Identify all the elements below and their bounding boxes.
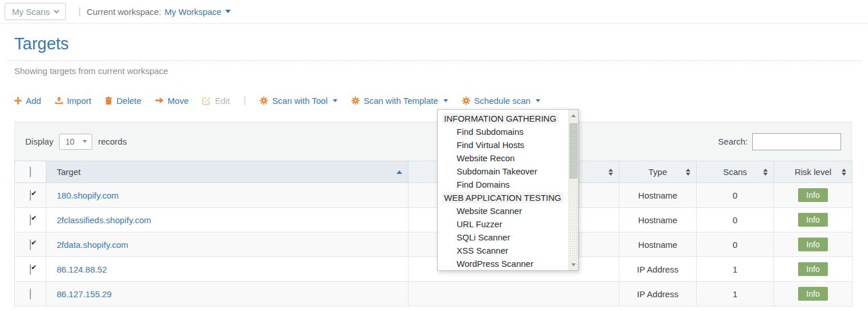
menu-item[interactable]: SQLi Scanner (438, 231, 568, 244)
records-label: records (98, 137, 127, 146)
page-size-select[interactable]: 10 (59, 134, 92, 150)
search-label: Search: (718, 137, 748, 146)
menu-item[interactable]: Website Scanner (438, 204, 568, 217)
risk-level-badge: Info (798, 287, 828, 301)
row-checkbox[interactable] (30, 289, 31, 300)
add-button[interactable]: Add (14, 96, 41, 106)
menu-item[interactable]: Find Domains (438, 178, 568, 191)
page-subtitle: Showing targets from current workspace (14, 66, 168, 76)
menu-item[interactable]: Subdomain Takeover (438, 165, 568, 178)
delete-label: Delete (116, 96, 141, 106)
workspace-value: My Workspace (164, 7, 221, 17)
row-checkbox[interactable] (30, 190, 31, 201)
table-controls: Display 10 records Search: (14, 122, 852, 161)
target-cell: 2fdata.shopify.com (46, 232, 409, 257)
target-link[interactable]: 86.124.88.52 (57, 265, 107, 274)
add-label: Add (26, 96, 41, 106)
pencil-icon (202, 96, 211, 105)
workspace-selector[interactable]: My Workspace (164, 7, 231, 17)
scan-with-tool-button[interactable]: Scan with Tool (260, 96, 337, 106)
table-row: 2fdata.shopify.comHostname0Info (15, 232, 853, 257)
row-checkbox[interactable] (30, 264, 31, 275)
menu-item[interactable]: Find Virtual Hosts (438, 138, 568, 151)
scan-with-tool-label: Scan with Tool (272, 96, 327, 106)
row-checkbox-cell (15, 282, 46, 306)
menu-section-header-label: INFORMATION GATHERING (442, 113, 558, 124)
actions-toolbar: Add Import Delete Move Edit | Scan with … (14, 95, 540, 106)
caret-down-icon (225, 10, 231, 13)
import-button[interactable]: Import (55, 96, 92, 106)
move-button[interactable]: Move (155, 96, 189, 106)
page-size-value: 10 (65, 137, 74, 146)
gear-icon (462, 96, 470, 105)
menu-item[interactable]: Find Subdomains (438, 125, 568, 138)
row-checkbox[interactable] (30, 239, 31, 250)
risk-cell: Info (774, 257, 853, 282)
risk-level-badge: Info (798, 238, 828, 251)
menu-item[interactable]: URL Fuzzer (438, 217, 568, 231)
target-cell: 2fclassifieds.shopify.com (46, 208, 409, 232)
scans-column-header[interactable]: Scans (697, 161, 774, 183)
delete-button[interactable]: Delete (105, 96, 141, 106)
menu-item[interactable]: XSS Scanner (438, 244, 568, 257)
risk-column-header[interactable]: Risk level (774, 161, 853, 183)
sort-asc-icon (396, 170, 402, 174)
schedule-scan-menu: INFORMATION GATHERINGFind SubdomainsFind… (437, 109, 579, 271)
chevron-down-icon (53, 7, 59, 13)
scans-cell: 1 (697, 282, 774, 306)
display-label: Display (25, 137, 53, 146)
table-row: 180.shopify.comHostname0Info (15, 183, 853, 208)
table-row: 86.124.88.52IP Address1Info (15, 257, 853, 282)
target-cell: 180.shopify.com (46, 183, 409, 208)
target-column-header[interactable]: Target (46, 161, 409, 183)
targets-table: Target Type Scans Risk level (14, 161, 853, 306)
sort-both-icon (608, 169, 613, 176)
upload-icon (55, 96, 63, 104)
type-header-label: Type (649, 167, 667, 177)
schedule-scan-menu-list: INFORMATION GATHERINGFind SubdomainsFind… (438, 112, 568, 270)
row-checkbox[interactable] (30, 215, 31, 226)
select-all-header[interactable] (15, 161, 46, 183)
scans-cell: 0 (697, 183, 774, 208)
edit-button[interactable]: Edit (202, 96, 230, 106)
row-checkbox-cell (15, 257, 46, 282)
schedule-scan-button[interactable]: Schedule scan (462, 96, 540, 106)
scroll-down-icon[interactable] (569, 260, 578, 269)
target-link[interactable]: 180.shopify.com (57, 191, 119, 200)
top-bar: My Scans | Current workspace: My Workspa… (0, 0, 868, 24)
type-cell: Hostname (619, 208, 697, 232)
search-group: Search: (718, 133, 841, 150)
type-cell: Hostname (619, 183, 697, 208)
target-link[interactable]: 2fdata.shopify.com (57, 240, 128, 250)
edit-label: Edit (215, 96, 230, 106)
scans-cell: 1 (697, 257, 774, 282)
menu-item[interactable]: Website Recon (438, 151, 568, 165)
scan-with-template-button[interactable]: Scan with Template (351, 96, 448, 106)
target-link[interactable]: 86.127.155.29 (57, 289, 112, 299)
my-scans-button[interactable]: My Scans (5, 3, 66, 20)
arrow-right-icon (155, 97, 164, 104)
risk-cell: Info (774, 232, 853, 257)
scrollbar-thumb[interactable] (569, 123, 578, 178)
target-link[interactable]: 2fclassifieds.shopify.com (57, 215, 151, 225)
select-all-checkbox[interactable] (30, 166, 31, 177)
type-column-header[interactable]: Type (619, 161, 697, 183)
search-input[interactable] (752, 133, 841, 150)
topbar-separator: | (78, 6, 81, 17)
page-title: Targets (14, 34, 69, 53)
my-scans-label: My Scans (12, 7, 50, 17)
toolbar-separator: | (243, 95, 246, 106)
risk-header-label: Risk level (795, 167, 831, 177)
schedule-scan-label: Schedule scan (474, 96, 531, 106)
caret-down-icon (536, 99, 540, 102)
caret-down-icon (443, 99, 448, 102)
scan-with-template-label: Scan with Template (364, 96, 438, 106)
import-label: Import (67, 96, 92, 106)
risk-cell: Info (774, 208, 853, 232)
menu-scrollbar[interactable] (568, 110, 578, 270)
row-checkbox-cell (15, 183, 46, 208)
type-cell: IP Address (619, 282, 697, 306)
trash-icon (105, 96, 112, 105)
scroll-up-icon[interactable] (569, 111, 578, 120)
menu-item[interactable]: WordPress Scanner (438, 257, 568, 270)
